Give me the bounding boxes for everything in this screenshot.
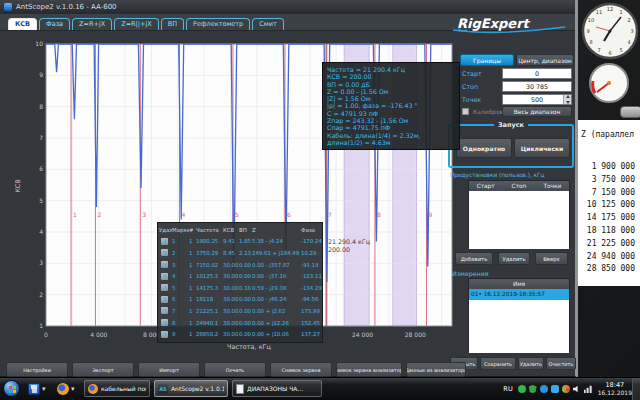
save-quicklaunch-icon[interactable] [28, 383, 40, 395]
marker-delete-button[interactable]: X [161, 273, 168, 280]
marker-cell: 173.99 [301, 308, 322, 314]
toolbar-button[interactable]: Экспорт [72, 362, 134, 377]
marker-cell: 1 [189, 308, 196, 314]
bounds-mode-button[interactable]: Границы [460, 54, 514, 66]
marker-delete-button[interactable]: X [161, 319, 168, 326]
marker-col-header: ВП [239, 227, 252, 233]
marker-cell: 5 [172, 285, 189, 291]
notepad-document[interactable]: Z (параллел 1 900 0003 750 0007 150 0001… [577, 120, 640, 286]
firefox-quicklaunch-icon[interactable] [57, 383, 69, 395]
doc-value-line: 7 150 000 [578, 187, 640, 200]
tray-green-dot-icon[interactable] [518, 385, 526, 393]
marker-cell: 0.00 - j357.87 [252, 262, 301, 268]
marker-cell: 1 [189, 262, 196, 268]
chevron-down-icon[interactable]: ▾ [71, 386, 75, 393]
marker-cell: 30.00 [223, 331, 239, 337]
marker-col-header: Z [252, 227, 301, 233]
marker-delete-button[interactable]: X [161, 307, 168, 314]
chevron-down-icon[interactable]: ▾ [42, 386, 46, 393]
cursor-tooltip: Частота = 21 290.4 кГцКСВ = 200.00ВП = 0… [322, 62, 460, 150]
system-tray: RU 18:47 16.12.2019 [503, 378, 632, 400]
tab-рефлектометр[interactable]: Рефлектометр [186, 18, 250, 30]
marker-delete-button[interactable]: X [161, 261, 168, 268]
svg-text:11: 11 [596, 9, 602, 15]
volume-icon[interactable] [573, 385, 581, 393]
full-range-button[interactable]: Весь диапазон [502, 106, 572, 117]
marker-cell: 4 [172, 273, 189, 279]
start-button[interactable] [3, 380, 20, 397]
preset-add-button[interactable]: Добавить [455, 252, 493, 265]
presets-table[interactable]: СтартСтопТочки [468, 180, 570, 248]
svg-text:3: 3 [630, 28, 633, 34]
toolbar-button[interactable]: Печать [204, 362, 266, 377]
tab-z=r||+jx[interactable]: Z=R||+jX [114, 18, 159, 30]
toolbar-button[interactable]: Снимок экрана анализатора [336, 362, 402, 377]
marker-cell: 18118 [196, 296, 223, 302]
run-cyclic-button[interactable]: Циклически [514, 138, 570, 158]
marker-delete-button[interactable]: X [161, 249, 168, 256]
toolbar-button[interactable]: Данные из анализатора [406, 362, 466, 377]
readout-value: 200.00 [328, 246, 370, 254]
tray-shield-icon[interactable] [529, 385, 537, 393]
toolbar-button[interactable]: Импорт [138, 362, 200, 377]
network-icon[interactable] [584, 385, 592, 393]
gauge-gadget[interactable] [587, 61, 631, 105]
marker-table-header: УдалитьМаркер#ЧастотаКСВВПZФаза [159, 224, 322, 236]
stop-input[interactable] [502, 81, 572, 92]
run-once-button[interactable]: Однократно [456, 138, 512, 158]
measurement-item[interactable]: 01• 16.12.2019-18:35:57 [469, 289, 569, 300]
doc-value-line: 18 118 000 [578, 225, 640, 238]
toolbar-button[interactable]: Снимок экрана [270, 362, 332, 377]
language-indicator[interactable]: RU [503, 385, 512, 393]
marker-cell: 1 [189, 331, 196, 337]
swr-chart[interactable]: 12345678904 0008 00012 00016 00020 00024… [8, 36, 456, 358]
marker-cell: 1 [189, 238, 196, 244]
tray-blue-circle-icon[interactable] [540, 385, 548, 393]
tab-вп[interactable]: ВП [161, 18, 184, 30]
save-button[interactable]: Сохранить [480, 357, 516, 370]
marker-delete-button[interactable]: X [161, 331, 168, 338]
gadget-option-button[interactable] [620, 106, 640, 118]
tab-z=r+jx[interactable]: Z=R+jX [72, 18, 112, 30]
marker-cell: 0.00 [239, 331, 252, 337]
presets-table-body[interactable] [469, 191, 569, 249]
show-desktop-button[interactable] [632, 378, 640, 400]
marker-cell: 0.00 + j2.62 [252, 308, 301, 314]
tab-смит[interactable]: Смит [252, 18, 283, 30]
svg-text:6: 6 [608, 50, 611, 56]
tray-color-icon[interactable] [562, 385, 570, 393]
start-input[interactable] [502, 68, 572, 79]
calibration-checkbox[interactable] [462, 108, 469, 115]
app-icon [4, 3, 12, 11]
center-span-mode-button[interactable]: Центр, диапазон [516, 54, 574, 66]
measurements-table[interactable]: Имя 01• 16.12.2019-18:35:57 [468, 278, 570, 352]
tooltip-line: Zпар = 243.32 - j1.56 Ом [327, 117, 455, 124]
tray-blue-square-icon[interactable] [551, 385, 559, 393]
taskbar-button[interactable]: ДИАПАЗОНЫ ЧА... [232, 380, 322, 397]
titlebar[interactable]: AntScope2 v.1.0.16 - AA-600 [0, 0, 575, 14]
marker-cell: 1 [172, 238, 189, 244]
tab-ксв[interactable]: КСВ [8, 18, 37, 30]
marker-delete-button[interactable]: X [161, 296, 168, 303]
taskbar-button[interactable]: ASAntScope2 v.1.0.1... [154, 380, 228, 397]
cursor-readout: 21 290.4 кГц 200.00 [328, 238, 370, 253]
marker-delete-button[interactable]: X [161, 284, 168, 291]
tray-clock[interactable]: 18:47 16.12.2019 [598, 382, 632, 396]
delete-button[interactable]: Удалить [518, 357, 544, 370]
tab-фаза[interactable]: Фаза [39, 18, 70, 30]
taskbar-button[interactable]: кабельный повт... [84, 380, 150, 397]
marker-col-header: Фаза [301, 227, 322, 233]
clear-button[interactable]: Очистить [546, 357, 576, 370]
toolbar-button[interactable]: Настройки [6, 362, 68, 377]
clock-gadget[interactable]: 1212 345 678 91011 [581, 2, 639, 60]
points-spinner[interactable] [563, 95, 571, 104]
marker-cell: 0.00 [239, 320, 252, 326]
points-label: Точек [462, 96, 481, 103]
preset-up-button[interactable]: Вверх [535, 252, 568, 265]
marker-cell: 0.00 - j37.16 [252, 273, 301, 279]
marker-cell: 30.00 [223, 320, 239, 326]
preset-remove-button[interactable]: Удалить [498, 252, 530, 265]
marker-delete-button[interactable]: X [161, 238, 168, 245]
marker-row: X5114175.330.000.160.59 - j29.38-134.29 [159, 282, 322, 294]
points-input[interactable] [502, 94, 572, 105]
